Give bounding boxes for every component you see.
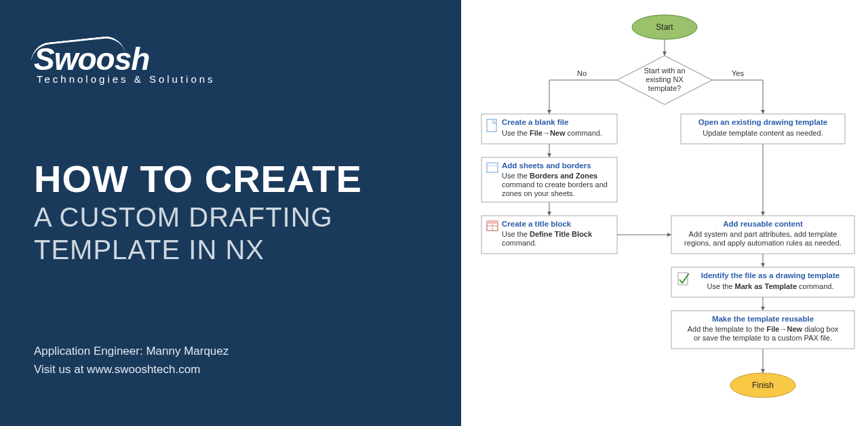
arrow [712, 80, 763, 114]
title-line-2: A CUSTOM DRAFTING TEMPLATE IN NX [34, 201, 427, 266]
identify-body: Use the Mark as Template command. [707, 282, 834, 290]
branch-yes-label: Yes [732, 69, 744, 77]
branch-no-label: No [577, 69, 587, 77]
sheets-title: Add sheets and borders [502, 161, 591, 170]
decision-line3: template? [648, 84, 681, 92]
blank-title: Create a blank file [502, 118, 568, 126]
svg-rect-3 [487, 221, 498, 224]
headline: HOW TO CREATE A CUSTOM DRAFTING TEMPLATE… [34, 159, 427, 266]
titleblock-title: Create a title block [502, 220, 572, 228]
make-body2: or save the template to a custom PAX fil… [694, 334, 832, 342]
reusable-title: Add reusable content [723, 220, 803, 228]
sheets-body3: zones on your sheets. [502, 189, 575, 197]
reusable-body1: Add system and part attributes, add temp… [689, 230, 837, 238]
decision-line1: Start with an [644, 66, 685, 75]
blank-body: Use the File→New command. [502, 129, 602, 137]
footer-block: Application Engineer: Manny Marquez Visi… [34, 342, 427, 379]
sheets-body2: command to create borders and [502, 180, 608, 189]
identify-title: Identify the file as a drawing template [701, 271, 840, 279]
title-line-1: HOW TO CREATE [34, 159, 427, 199]
decision-line2: existing NX [646, 75, 684, 83]
sheet-icon [487, 163, 498, 172]
reusable-body2: regions, and apply automation rules as n… [684, 239, 842, 247]
arrow [549, 80, 617, 114]
flowchart-svg: Start Start with an existing NX template… [461, 0, 868, 426]
author-line: Application Engineer: Manny Marquez [34, 342, 427, 360]
titleblock-body1: Use the Define Title Block [502, 230, 593, 238]
url-line: Visit us at www.swooshtech.com [34, 360, 427, 379]
start-label: Start [656, 22, 673, 32]
make-body1: Add the template to the File→New dialog … [688, 325, 839, 333]
finish-label: Finish [752, 381, 774, 390]
titleblock-body2: command. [502, 239, 536, 247]
file-icon [487, 119, 496, 132]
open-title: Open an existing drawing template [698, 118, 827, 126]
logo: Swoosh Technologies & Solutions [34, 41, 427, 85]
make-title: Make the template reusable [712, 315, 814, 323]
open-body: Update template content as needed. [703, 129, 823, 137]
right-panel: Start Start with an existing NX template… [461, 0, 868, 426]
sheets-body1: Use the Borders and Zones [502, 172, 597, 180]
logo-word: Swoosh [34, 41, 149, 77]
left-panel: Swoosh Technologies & Solutions HOW TO C… [0, 0, 461, 426]
